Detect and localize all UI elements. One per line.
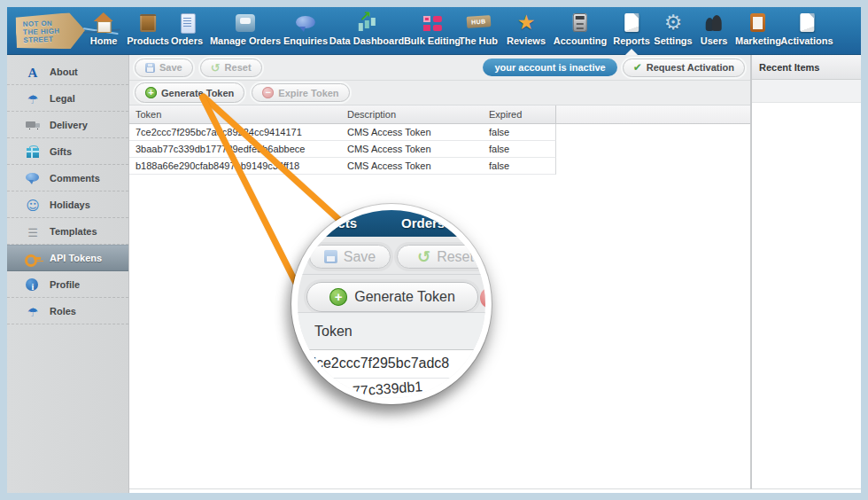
magnified-reset-label: Reset <box>437 249 474 265</box>
token-cell: 3baab77c339db177789edfe3b6abbece <box>129 144 341 154</box>
column-header-expired: Expired <box>483 109 555 120</box>
table-row[interactable]: 3baab77c339db177789edfe3b6abbece CMS Acc… <box>129 141 556 158</box>
comment-icon <box>25 171 41 185</box>
gear-icon: ⚙ <box>660 12 686 35</box>
description-cell: CMS Access Token <box>341 160 483 171</box>
reset-button[interactable]: ↺ Reset <box>200 59 262 77</box>
request-activation-button[interactable]: ✔ Request Activation <box>623 59 745 77</box>
magnified-token-header-label: Token <box>314 324 353 340</box>
sidebar-item-templates[interactable]: ☰ Templates <box>7 218 128 245</box>
magnified-generate-token-label: Generate Token <box>354 289 455 305</box>
sidebar-item-legal[interactable]: ☂ Legal <box>7 85 128 112</box>
info-icon: i <box>25 277 41 292</box>
nav-label: Bulk Editing <box>404 35 461 46</box>
nav-item-activations[interactable]: Activations <box>780 12 833 46</box>
nav-label: Users <box>701 35 728 46</box>
star-icon: ★ <box>513 12 539 35</box>
nav-item-the-hub[interactable]: HUB The Hub <box>459 12 498 46</box>
expire-token-label: Expire Token <box>278 88 338 98</box>
nav-label: Orders <box>171 35 203 46</box>
nav-item-orders[interactable]: Orders <box>171 12 203 46</box>
page-icon <box>794 12 820 35</box>
nav-item-accounting[interactable]: Accounting <box>554 12 608 46</box>
sidebar-item-label: Profile <box>50 279 80 290</box>
magnified-token-value: 7ce2ccc7f295bc7adc8 <box>308 355 449 371</box>
table-row[interactable]: 7ce2ccc7f295bc7adc89224cc9414171 CMS Acc… <box>129 124 556 141</box>
magnified-token-header: Token <box>298 312 485 350</box>
toolbar-row-1: Save ↺ Reset your account is inactive ✔ … <box>129 55 750 81</box>
sidebar-item-label: Gifts <box>50 146 72 157</box>
nav-label: Activations <box>780 35 833 46</box>
magnified-token-value-partial: 77c339db1 <box>352 379 422 399</box>
magnified-save-label: Save <box>344 249 376 265</box>
nav-label: Reports <box>613 35 650 46</box>
gift-icon <box>25 145 41 159</box>
generate-token-button[interactable]: + Generate Token <box>135 82 244 103</box>
toolbar-row-2: + Generate Token − Expire Token <box>129 81 750 105</box>
magnified-expire-icon-partial <box>480 287 492 309</box>
nav-item-reports[interactable]: Reports <box>613 12 650 46</box>
app-window: NOT ON THE HIGH STREET Home Products Ord… <box>0 0 868 500</box>
reset-arrow-icon: ↺ <box>211 63 221 73</box>
chart-icon <box>353 12 380 35</box>
sidebar-item-roles[interactable]: ☂ Roles <box>7 298 128 324</box>
nav-item-users[interactable]: Users <box>701 12 728 46</box>
umbrella-icon: ☂ <box>25 304 41 318</box>
nav-item-manage-orders[interactable]: Manage Orders <box>210 12 281 46</box>
nav-label: Enquiries <box>283 35 328 46</box>
nav-item-products[interactable]: Products <box>127 12 169 46</box>
truck-icon <box>25 118 41 132</box>
sidebar-item-label: Templates <box>50 226 97 237</box>
expired-cell: false <box>483 160 555 171</box>
reset-arrow-icon: ↺ <box>417 247 430 266</box>
sidebar-item-comments[interactable]: Comments <box>7 165 128 191</box>
expire-token-button[interactable]: − Expire Token <box>252 83 349 102</box>
plus-circle-icon: + <box>329 288 347 306</box>
nav-label: Products <box>127 35 169 46</box>
plus-circle-icon: + <box>145 87 157 98</box>
column-header-description: Description <box>341 109 483 120</box>
nav-item-data-dashboard[interactable]: Data Dashboard <box>329 12 404 46</box>
speech-bubble-icon <box>292 12 319 35</box>
sidebar-item-gifts[interactable]: Gifts <box>7 138 128 165</box>
nav-label: Marketing <box>735 35 781 46</box>
notonthehighstreet-logo[interactable]: NOT ON THE HIGH STREET <box>15 12 85 51</box>
nav-label: Accounting <box>554 35 608 46</box>
sidebar-item-label: Delivery <box>50 120 88 130</box>
nav-item-bulk-editing[interactable]: Bulk Editing <box>404 12 461 46</box>
magnified-save-button: Save <box>309 245 391 269</box>
umbrella-icon: ☂ <box>25 91 41 105</box>
nav-label: Manage Orders <box>210 35 281 46</box>
floppy-disk-icon <box>324 250 337 263</box>
letter-a-icon: A <box>25 65 41 79</box>
nav-item-settings[interactable]: ⚙ Settings <box>654 12 692 46</box>
active-nav-indicator <box>625 49 638 55</box>
recent-items-empty-strip <box>752 80 861 103</box>
nav-label: Home <box>90 35 118 46</box>
sidebar-item-delivery[interactable]: Delivery <box>7 112 128 138</box>
reset-button-label: Reset <box>225 62 252 73</box>
nav-item-home[interactable]: Home <box>90 12 118 46</box>
sidebar-item-about[interactable]: A About <box>7 59 128 85</box>
sidebar-item-label: About <box>50 66 78 77</box>
document-icon <box>174 12 200 35</box>
nav-item-enquiries[interactable]: Enquiries <box>283 12 328 46</box>
magnified-orders-tab: Orders <box>401 215 445 230</box>
save-button[interactable]: Save <box>135 59 193 77</box>
minus-circle-icon: − <box>262 87 274 98</box>
sidebar-item-label: Roles <box>50 306 76 316</box>
inbox-icon <box>232 12 259 35</box>
sidebar: A About ☂ Legal Delivery Gifts Comments … <box>7 55 129 493</box>
sidebar-item-profile[interactable]: i Profile <box>7 271 128 298</box>
templates-icon: ☰ <box>25 224 41 238</box>
table-row[interactable]: b188a66e290cfab8497bb9149c34ff18 CMS Acc… <box>129 158 556 175</box>
nav-item-reviews[interactable]: ★ Reviews <box>507 12 546 46</box>
nav-item-marketing[interactable]: Marketing <box>735 12 781 46</box>
sidebar-item-api-tokens[interactable]: API Tokens <box>7 245 128 271</box>
home-icon <box>90 12 117 35</box>
sidebar-item-holidays[interactable]: ☺ Holidays <box>7 191 128 218</box>
smiley-icon: ☺ <box>25 198 41 212</box>
logo-line: STREET <box>23 35 53 44</box>
request-activation-label: Request Activation <box>647 62 734 73</box>
nav-label: Data Dashboard <box>329 35 404 46</box>
